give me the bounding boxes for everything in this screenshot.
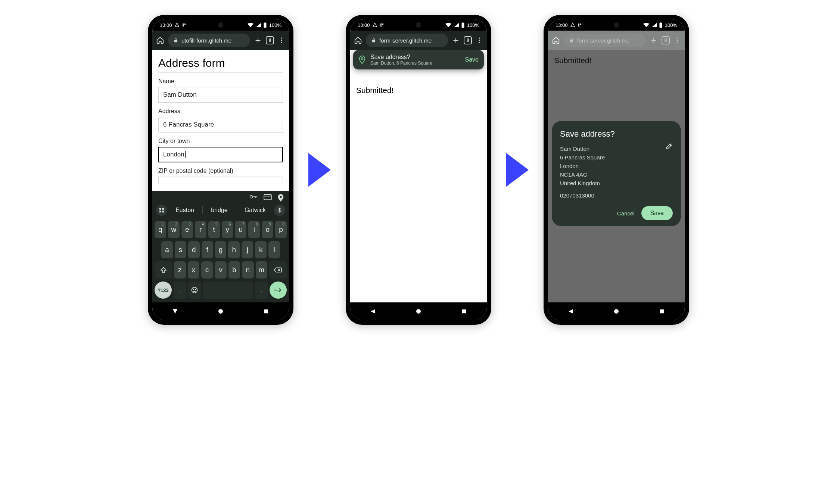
dialog-title: Save address?	[560, 129, 673, 139]
emoji-key[interactable]	[188, 281, 201, 299]
card-icon[interactable]	[264, 194, 272, 200]
mic-icon[interactable]	[274, 205, 285, 216]
city-input[interactable]: London	[158, 147, 283, 162]
svg-rect-32	[462, 309, 466, 314]
key-p[interactable]: p0	[275, 221, 287, 238]
nav-home-icon[interactable]	[217, 308, 224, 315]
key-h[interactable]: h	[228, 241, 240, 258]
home-icon[interactable]	[156, 36, 164, 44]
svg-point-31	[416, 309, 421, 314]
phone-frame-3: 13:00 100% form-server.glitch.me 8	[544, 15, 689, 325]
key-z[interactable]: z	[174, 261, 186, 279]
tab-switcher[interactable]: 8	[464, 36, 472, 44]
nav-home-icon[interactable]	[415, 308, 422, 315]
key-j[interactable]: j	[242, 241, 253, 258]
svg-rect-43	[660, 309, 664, 314]
cancel-button[interactable]: Cancel	[617, 210, 635, 217]
status-bar: 13:00 100%	[350, 19, 487, 31]
nav-recent-icon[interactable]	[263, 308, 270, 315]
location-icon[interactable]	[278, 194, 284, 202]
svg-rect-38	[570, 40, 573, 42]
status-bar: 13:00 100%	[152, 19, 289, 31]
password-icon[interactable]	[249, 194, 258, 199]
svg-rect-10	[264, 195, 271, 200]
key-d[interactable]: d	[188, 241, 200, 258]
form-title: Address form	[158, 57, 283, 73]
key-u[interactable]: u7	[235, 221, 246, 238]
suggestion[interactable]: Gatwick	[242, 207, 269, 214]
nav-back-icon[interactable]	[172, 308, 178, 315]
svg-point-30	[361, 57, 363, 59]
system-nav	[350, 302, 487, 320]
name-label: Name	[158, 78, 283, 85]
name-input[interactable]: Sam Dutton	[158, 87, 283, 103]
svg-rect-20	[264, 309, 268, 314]
omnibox[interactable]: form-server.glitch.me	[366, 34, 448, 47]
space-key[interactable]	[203, 281, 253, 299]
key-w[interactable]: w2	[168, 221, 180, 238]
nav-recent-icon[interactable]	[461, 308, 467, 315]
key-l[interactable]: l	[268, 241, 280, 258]
enter-key[interactable]	[270, 281, 287, 299]
svg-rect-12	[162, 208, 164, 210]
url-text: form-server.glitch.me	[577, 37, 641, 44]
key-k[interactable]: k	[255, 241, 267, 258]
new-tab-icon[interactable]	[254, 36, 262, 44]
address-input[interactable]: 6 Pancras Square	[158, 117, 283, 133]
key-c[interactable]: c	[201, 261, 213, 279]
tab-switcher[interactable]: 8	[266, 36, 274, 44]
key-b[interactable]: b	[228, 261, 240, 279]
svg-rect-24	[461, 23, 464, 28]
svg-point-40	[676, 40, 678, 41]
banner-save-button[interactable]: Save	[465, 56, 479, 63]
edit-icon[interactable]	[665, 143, 673, 150]
svg-rect-14	[162, 211, 164, 212]
key-e[interactable]: e3	[181, 221, 193, 238]
key-g[interactable]: g	[215, 241, 227, 258]
key-i[interactable]: i8	[248, 221, 260, 238]
city-label: City or town	[158, 138, 283, 144]
symbols-key[interactable]: ?123	[155, 281, 172, 299]
home-icon[interactable]	[354, 36, 362, 44]
suggestion[interactable]: Euston	[172, 207, 197, 214]
key-a[interactable]: a	[161, 241, 173, 258]
key-q[interactable]: q1	[155, 221, 166, 238]
status-icon	[182, 23, 186, 27]
zip-input[interactable]	[158, 177, 283, 184]
svg-rect-26	[372, 40, 375, 42]
save-button[interactable]: Save	[641, 206, 673, 220]
pin-icon	[358, 55, 366, 64]
dialog-line: Sam Dutton	[560, 146, 673, 152]
key-r[interactable]: r4	[195, 221, 206, 238]
status-icon	[372, 22, 377, 28]
omnibox[interactable]: utofill-form.glitch.me	[168, 34, 250, 47]
signal-icon	[454, 23, 459, 27]
backspace-key[interactable]	[269, 261, 287, 279]
nav-back-icon[interactable]	[567, 308, 574, 315]
svg-rect-23	[380, 25, 382, 27]
banner-title: Save address?	[370, 54, 461, 60]
key-v[interactable]: v	[215, 261, 226, 279]
period-key[interactable]: .	[255, 281, 268, 299]
shift-key[interactable]	[155, 261, 172, 279]
nav-home-icon[interactable]	[613, 308, 620, 315]
key-m[interactable]: m	[256, 261, 267, 279]
save-address-banner: Save address? Sam Dutton, 6 Pancras Squa…	[353, 50, 484, 69]
key-x[interactable]: x	[188, 261, 199, 279]
menu-icon[interactable]	[476, 37, 483, 44]
new-tab-icon[interactable]	[452, 36, 460, 44]
menu-icon[interactable]	[278, 37, 285, 44]
nav-back-icon[interactable]	[370, 308, 376, 315]
address-label: Address	[158, 108, 283, 115]
suggestion[interactable]: bridge	[208, 207, 230, 214]
key-s[interactable]: s	[175, 241, 186, 258]
nav-recent-icon[interactable]	[659, 308, 665, 315]
key-n[interactable]: n	[242, 261, 253, 279]
key-y[interactable]: y6	[222, 221, 233, 238]
key-t[interactable]: t5	[208, 221, 220, 238]
comma-key[interactable]: ,	[174, 281, 186, 299]
status-icon	[570, 22, 575, 28]
key-f[interactable]: f	[202, 241, 213, 258]
keyboard-apps-icon[interactable]	[156, 205, 167, 216]
key-o[interactable]: o9	[262, 221, 273, 238]
